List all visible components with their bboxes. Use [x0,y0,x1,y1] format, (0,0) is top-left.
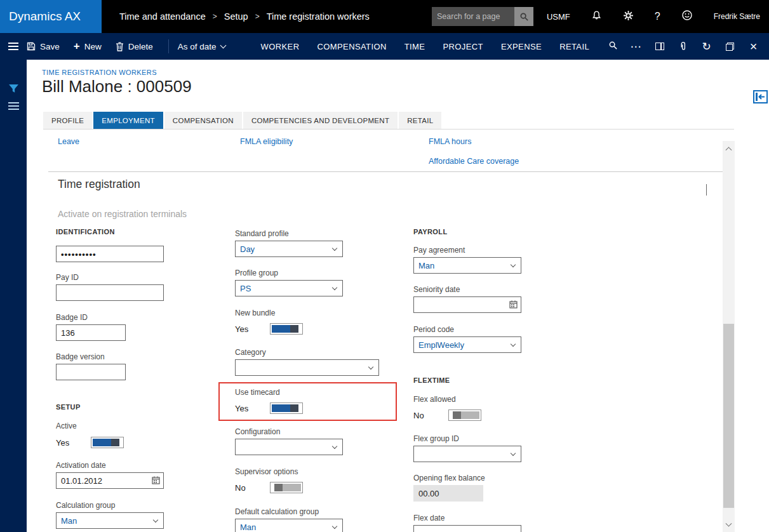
save-button[interactable]: Save [27,42,60,51]
pay-id-field[interactable] [56,284,164,301]
period-code-label: Period code [413,325,454,334]
badge-id-field[interactable] [56,324,126,341]
bell-icon [591,10,602,21]
as-of-date-button[interactable]: As of date [178,42,225,51]
chevron-up-icon [706,184,707,196]
standard-profile-label: Standard profile [235,229,289,238]
command-search-button[interactable] [608,41,618,53]
new-button[interactable]: + New [74,42,102,51]
gear-icon [623,10,634,21]
refresh-button[interactable]: ↻ [695,40,718,53]
activation-date-field[interactable] [56,472,164,489]
chevron-down-icon [511,451,516,456]
payroll-header: PAYROLL [413,228,448,236]
period-code-combo[interactable]: EmplWeekly [413,336,521,353]
menu-expense[interactable]: EXPENSE [501,42,542,51]
link-affordable-care[interactable]: Affordable Care coverage [429,157,519,166]
dock-panel-button[interactable] [753,90,768,106]
scroll-up-button[interactable] [723,141,735,155]
page-search-input[interactable] [432,7,514,26]
breadcrumb-item-3[interactable]: Time registration workers [267,11,370,22]
calculation-group-combo[interactable]: Man [56,512,164,529]
company-picker[interactable]: USMF [547,12,570,22]
filter-funnel-icon [8,84,19,94]
worker-id-field[interactable] [56,246,164,262]
dynamics-ax-logo[interactable]: Dynamics AX [0,0,102,33]
menu-worker[interactable]: WORKER [261,42,300,51]
standard-profile-combo[interactable]: Day [235,241,343,257]
calculation-group-value: Man [61,516,77,526]
nav-list-button[interactable] [0,100,27,112]
use-timecard-toggle[interactable] [270,402,303,414]
search-button[interactable] [514,7,533,26]
flex-group-id-label: Flex group ID [413,434,459,443]
calendar-icon[interactable] [152,476,160,484]
collapse-section-button[interactable] [706,184,707,196]
feedback-button[interactable] [681,10,693,23]
chevron-down-icon [332,524,337,529]
trash-icon [116,42,124,51]
paperclip-icon [679,41,687,51]
side-pane-button[interactable] [648,43,671,50]
tab-competencies[interactable]: COMPETENCIES AND DEVELOPMENT [243,112,398,129]
tabs-underline [43,129,734,130]
scroll-down-button[interactable] [723,518,735,532]
identification-header: IDENTIFICATION [56,228,115,236]
settings-button[interactable] [623,10,634,23]
hamburger-menu-button[interactable] [0,41,27,52]
category-combo[interactable] [235,359,379,376]
period-code-value: EmplWeekly [418,340,464,350]
opening-flex-balance-field[interactable] [413,485,483,502]
configuration-combo[interactable] [235,439,343,455]
search-icon [519,12,529,22]
notifications-button[interactable] [591,10,602,23]
close-button[interactable]: × [742,41,765,52]
profile-group-combo[interactable]: PS [235,280,343,296]
flex-date-input[interactable] [413,525,521,532]
help-button[interactable]: ? [655,11,660,22]
seniority-date-input[interactable] [413,296,521,313]
flextime-header: FLEXTIME [413,376,450,384]
delete-button[interactable]: Delete [116,42,153,51]
calculation-group-label: Calculation group [56,501,115,510]
link-fmla-hours[interactable]: FMLA hours [429,137,471,146]
breadcrumb-item-1[interactable]: Time and attendance [119,11,206,22]
activation-date-input[interactable] [56,472,164,489]
more-commands-button[interactable]: ⋯ [624,40,648,53]
default-calculation-group-combo[interactable]: Man [235,519,343,532]
link-leave[interactable]: Leave [58,137,79,146]
tab-profile[interactable]: PROFILE [43,112,92,129]
default-calculation-group-label: Default calculation group [235,507,319,516]
pay-agreement-combo[interactable]: Man [413,257,521,274]
user-name[interactable]: Fredrik Sætre [714,12,760,21]
menu-compensation[interactable]: COMPENSATION [317,42,386,51]
top-bar: Dynamics AX Time and attendance > Setup … [0,0,769,33]
delete-label: Delete [128,42,153,51]
calendar-icon[interactable] [509,300,518,309]
breadcrumb-item-2[interactable]: Setup [224,11,248,22]
tab-employment[interactable]: EMPLOYMENT [93,112,163,129]
flex-group-id-combo[interactable] [413,446,521,462]
vertical-scrollbar[interactable] [723,141,735,532]
new-bundle-toggle[interactable] [270,323,303,335]
filter-button[interactable] [0,84,27,94]
attachments-button[interactable] [671,41,695,51]
flex-date-field[interactable] [413,525,521,532]
menu-retail[interactable]: RETAIL [559,42,589,51]
use-timecard-toggle-row: Yes [235,402,303,414]
section-subtitle: Activate on registration terminals [58,209,187,219]
menu-project[interactable]: PROJECT [443,42,483,51]
supervisor-options-toggle[interactable] [270,482,303,493]
side-pane-icon [655,43,664,50]
active-toggle[interactable] [91,437,124,448]
tab-retail[interactable]: RETAIL [399,112,441,129]
badge-version-field[interactable] [56,364,126,380]
link-fmla-eligibility[interactable]: FMLA eligibility [240,137,293,146]
new-label: New [84,42,102,51]
menu-time[interactable]: TIME [405,42,425,51]
scrollbar-thumb[interactable] [723,324,734,508]
seniority-date-field[interactable] [413,296,521,313]
tab-compensation[interactable]: COMPENSATION [164,112,242,129]
open-in-new-window-button[interactable] [718,43,742,51]
flex-allowed-toggle[interactable] [448,409,481,421]
